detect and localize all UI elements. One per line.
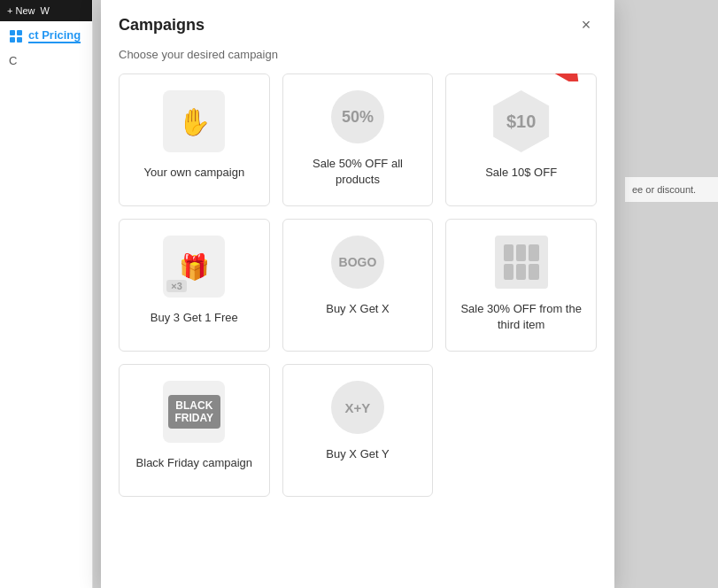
grid-icon: [495, 236, 548, 289]
sale50-icon: 50%: [331, 90, 384, 143]
xy-icon: X+Y: [331, 381, 384, 434]
campaign-grid: ✋ Your own campaign 50% Sale 50% OFF all…: [119, 74, 597, 497]
campaign-card-sale30third[interactable]: Sale 30% OFF from the third item: [445, 219, 597, 352]
campaign-card-blackfriday[interactable]: BLACKFRIDAY Black Friday campaign: [119, 364, 270, 497]
sidebar: + New W ct Pricing C: [0, 0, 93, 588]
modal-subtitle: Choose your desired campaign: [101, 44, 614, 74]
campaign-card-own[interactable]: ✋ Your own campaign: [119, 74, 270, 206]
sale10-icon: $10: [490, 90, 552, 152]
grid-cell-5: [516, 264, 526, 281]
own-campaign-label: Your own campaign: [143, 165, 244, 181]
hand-icon: ✋: [178, 106, 211, 137]
modal-title: Campaigns: [119, 16, 205, 35]
campaign-card-buy3get1[interactable]: 🎁 ×3 Buy 3 Get 1 Free: [119, 219, 270, 352]
red-arrow: [534, 74, 587, 85]
modal-header: Campaigns ×: [101, 0, 614, 44]
campaign-card-sale50[interactable]: 50% Sale 50% OFF all products: [282, 74, 434, 206]
svg-rect-1: [17, 30, 22, 35]
x3-badge: ×3: [166, 280, 187, 292]
grid-cell-4: [504, 264, 513, 281]
campaign-card-sale10[interactable]: $10 Sale 10$ OFF: [445, 74, 597, 206]
sidebar-c-item[interactable]: C: [0, 50, 92, 71]
modal-body: ✋ Your own campaign 50% Sale 50% OFF all…: [101, 74, 614, 588]
bogo-icon: BOGO: [331, 236, 384, 289]
buy3get1-label: Buy 3 Get 1 Free: [151, 310, 238, 326]
sale30third-label: Sale 30% OFF from the third item: [457, 301, 585, 332]
own-campaign-icon: ✋: [163, 90, 225, 152]
xy-text: X+Y: [345, 400, 371, 415]
blackfriday-badge: BLACKFRIDAY: [168, 395, 221, 429]
campaigns-modal: Campaigns × Choose your desired campaign…: [101, 0, 614, 588]
grid-cell-3: [529, 244, 538, 261]
percent-text: 50%: [342, 108, 374, 127]
sale10-label: Sale 10$ OFF: [485, 165, 557, 181]
grid-cell-1: [504, 244, 513, 261]
svg-rect-3: [17, 37, 22, 43]
grid-cell-6: [529, 264, 538, 281]
svg-rect-2: [10, 37, 15, 43]
sale50-label: Sale 50% OFF all products: [294, 156, 422, 187]
w-label: W: [41, 5, 50, 16]
bogo-text: BOGO: [339, 255, 377, 269]
bogox-label: Buy X Get X: [326, 301, 390, 317]
pricing-label[interactable]: ct Pricing: [28, 28, 81, 43]
pricing-icon: [9, 29, 23, 43]
campaign-card-bogox[interactable]: BOGO Buy X Get X: [282, 219, 434, 352]
close-button[interactable]: ×: [575, 14, 597, 35]
buyxgety-label: Buy X Get Y: [326, 446, 389, 462]
svg-rect-0: [10, 30, 15, 35]
grid-cell-2: [516, 244, 526, 261]
blackfriday-icon: BLACKFRIDAY: [163, 381, 225, 443]
campaign-card-buyxgety[interactable]: X+Y Buy X Get Y: [282, 364, 434, 497]
right-hint-text: ee or discount.: [625, 177, 718, 202]
dollar-text: $10: [506, 112, 536, 132]
blackfriday-label: Black Friday campaign: [136, 455, 253, 471]
top-bar: + New W: [0, 0, 92, 21]
gift-icon: 🎁 ×3: [163, 236, 225, 298]
grid-icon-inner: [495, 236, 548, 289]
gift-emoji: 🎁: [179, 252, 210, 282]
new-label: + New: [7, 5, 35, 16]
